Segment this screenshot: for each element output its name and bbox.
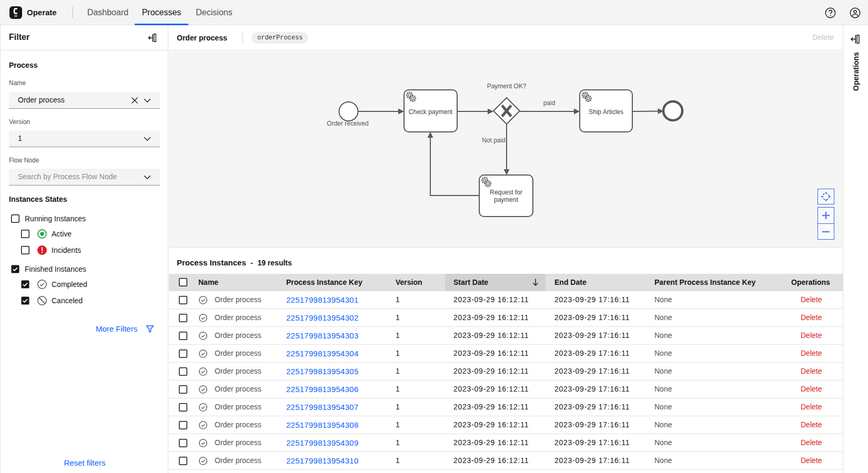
svg-text:Order received: Order received (327, 120, 368, 127)
svg-text:payment: payment (494, 196, 519, 203)
svg-text:Check payment: Check payment (409, 108, 453, 116)
svg-text:Payment OK?: Payment OK? (487, 83, 527, 90)
svg-text:Not paid: Not paid (482, 137, 506, 144)
svg-text:paid: paid (543, 99, 556, 107)
svg-text:Request for: Request for (490, 189, 522, 196)
svg-text:Ship Articles: Ship Articles (589, 108, 623, 116)
